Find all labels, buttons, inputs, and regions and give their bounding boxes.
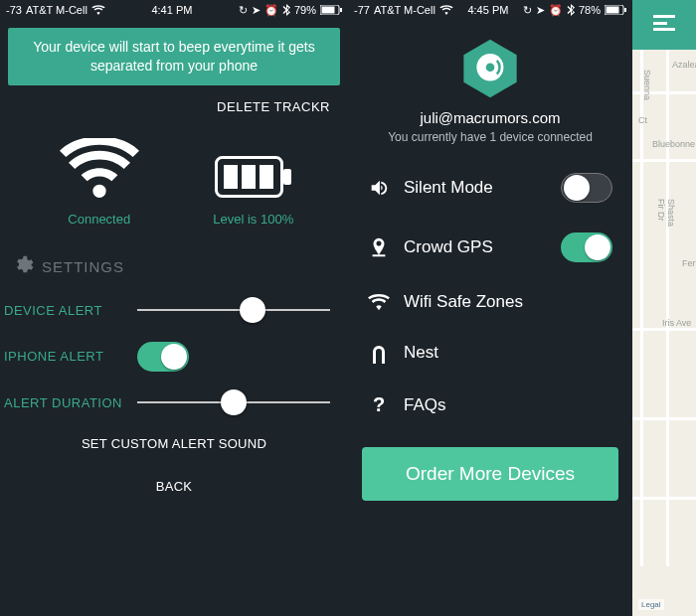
- refresh-icon: ↻: [523, 4, 532, 17]
- battery-pct: 79%: [294, 4, 316, 16]
- question-icon: ?: [368, 393, 390, 416]
- device-alert-label: DEVICE ALERT: [4, 303, 123, 318]
- alert-duration-row: ALERT DURATION: [0, 384, 348, 422]
- signal-strength: -73: [6, 4, 22, 16]
- refresh-icon: ↻: [239, 4, 248, 17]
- alarm-icon: ⏰: [549, 4, 563, 17]
- device-count: You currently have 1 device connected: [348, 130, 632, 144]
- battery-level: Level is 100%: [213, 212, 293, 227]
- trackr-logo: [348, 20, 632, 99]
- menu-icon[interactable]: [653, 15, 675, 35]
- street-label: Bluebonne: [652, 139, 695, 149]
- battery-icon: [320, 5, 342, 15]
- svg-rect-5: [242, 165, 256, 189]
- delete-trackr-button[interactable]: DELETE TRACKR: [0, 93, 348, 116]
- battery-pct: 78%: [579, 4, 601, 16]
- silent-mode-row[interactable]: Silent Mode: [348, 158, 632, 218]
- location-icon: ➤: [252, 4, 261, 17]
- clock: 4:41 PM: [151, 4, 192, 16]
- map-sliver[interactable]: Azalea Suenna Ct Bluebonne Shasta Fir Dr…: [632, 0, 696, 616]
- alarm-icon: ⏰: [264, 4, 278, 17]
- svg-rect-14: [653, 15, 675, 18]
- silent-mode-label: Silent Mode: [404, 178, 547, 198]
- svg-point-13: [486, 63, 495, 72]
- device-alert-row: DEVICE ALERT: [0, 291, 348, 330]
- wifi-icon: [91, 5, 105, 15]
- svg-rect-1: [322, 7, 335, 14]
- settings-screen: -73 AT&T M-Cell 4:41 PM ↻ ➤ ⏰ 79% Yo: [0, 0, 348, 616]
- faqs-row[interactable]: ? FAQs: [348, 379, 632, 431]
- battery-icon: [605, 5, 626, 15]
- gear-icon: [12, 254, 34, 279]
- set-custom-sound-button[interactable]: SET CUSTOM ALERT SOUND: [0, 422, 348, 465]
- map-topbar: [632, 0, 696, 50]
- order-devices-button[interactable]: Order More Devices: [362, 447, 618, 501]
- map-legal[interactable]: Legal: [638, 599, 664, 610]
- speaker-icon: [368, 177, 390, 199]
- wifi-safe-label: Wifi Safe Zones: [404, 292, 612, 312]
- status-bar: -73 AT&T M-Cell 4:41 PM ↻ ➤ ⏰ 79%: [0, 0, 348, 20]
- signal-strength: -77: [354, 4, 370, 16]
- bluetooth-icon: [282, 4, 290, 16]
- street-label: Shasta Fir Dr: [656, 199, 676, 227]
- faqs-label: FAQs: [404, 395, 612, 415]
- svg-rect-9: [607, 7, 619, 14]
- street-label: Ferro: [682, 258, 696, 268]
- carrier-label: AT&T M-Cell: [374, 4, 435, 16]
- iphone-alert-row: IPHONE ALERT: [0, 330, 348, 384]
- svg-rect-4: [224, 165, 238, 189]
- iphone-alert-toggle[interactable]: [137, 342, 189, 372]
- nest-icon: [368, 342, 390, 364]
- location-icon: ➤: [536, 4, 545, 17]
- svg-rect-7: [283, 169, 291, 185]
- device-alert-slider[interactable]: [137, 309, 330, 311]
- svg-rect-6: [260, 165, 273, 189]
- street-label: Iris Ave: [662, 318, 691, 328]
- crowd-gps-label: Crowd GPS: [404, 237, 547, 257]
- street-label: Suenna: [642, 70, 652, 100]
- svg-rect-2: [340, 8, 342, 12]
- menu-screen: -77 AT&T M-Cell 4:45 PM ↻ ➤ ⏰ 78%: [348, 0, 696, 616]
- svg-rect-10: [624, 8, 626, 12]
- wifi-safe-zones-row[interactable]: Wifi Safe Zones: [348, 277, 632, 327]
- battery-icon: [215, 156, 292, 202]
- nest-label: Nest: [404, 343, 612, 363]
- silent-mode-toggle[interactable]: [561, 173, 612, 203]
- settings-label: SETTINGS: [42, 258, 124, 275]
- svg-rect-15: [653, 22, 667, 25]
- alert-duration-label: ALERT DURATION: [4, 395, 123, 410]
- svg-rect-16: [653, 28, 675, 31]
- bluetooth-icon: [567, 4, 575, 16]
- location-pin-icon: [368, 236, 390, 258]
- nest-row[interactable]: Nest: [348, 327, 632, 379]
- alert-duration-slider[interactable]: [137, 401, 330, 403]
- crowd-gps-row[interactable]: Crowd GPS: [348, 218, 632, 277]
- account-email: juli@macrumors.com: [348, 109, 632, 126]
- wifi-icon: [439, 5, 453, 15]
- street-label: Ct: [638, 115, 647, 125]
- status-bar: -77 AT&T M-Cell 4:45 PM ↻ ➤ ⏰ 78%: [348, 0, 632, 20]
- crowd-gps-toggle[interactable]: [561, 232, 612, 262]
- wifi-icon: [368, 293, 390, 311]
- carrier-label: AT&T M-Cell: [26, 4, 87, 16]
- wifi-icon: [55, 138, 144, 202]
- connection-status: Connected: [68, 212, 130, 227]
- iphone-alert-label: IPHONE ALERT: [4, 349, 123, 364]
- clock: 4:45 PM: [467, 4, 508, 16]
- separation-alert-banner: Your device will start to beep everytime…: [8, 28, 340, 85]
- back-button[interactable]: BACK: [0, 465, 348, 508]
- settings-header: SETTINGS: [0, 236, 348, 291]
- street-label: Azalea: [672, 60, 696, 70]
